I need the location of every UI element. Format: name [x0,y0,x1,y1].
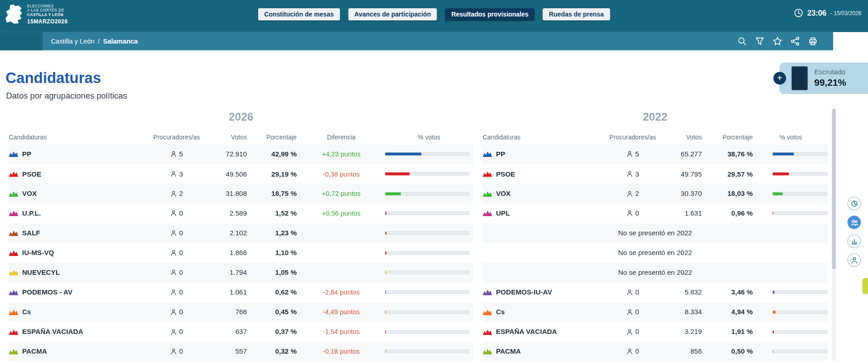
votes-bar [772,290,828,294]
votes-bar-fill [773,212,773,215]
party-name: PP [496,150,505,158]
person-icon [170,309,176,315]
nav-avances-de-participacion[interactable]: Avances de participación [348,8,437,21]
fab-charts-icon[interactable] [847,234,861,248]
seats-value: 0 [179,348,183,355]
party-icon [9,349,18,355]
fab-representatives-icon[interactable] [847,253,861,267]
person-icon [170,270,176,276]
votes-bar-fill [773,350,773,353]
accessibility-widget-tab[interactable] [862,278,868,294]
expand-button[interactable]: + [773,72,786,85]
votes-bar [385,271,469,274]
table-row-no-data: No se presentó en 2022 [483,223,828,243]
votes-bar-fill [385,330,386,333]
party-icon [483,191,492,197]
party-name: PSOE [496,170,515,178]
votes-bar [385,310,469,314]
col-porcentaje: Porcentaje [248,133,298,140]
votes-bar-fill [385,350,386,353]
difference-value: +4,23 puntos [298,150,384,158]
app-window: ELECCIONES A LAS CORTES DE CASTILLA Y LE… [0,0,868,361]
table-row: ESPAÑA VACIADA 0 3.219 1,91 % [483,322,828,342]
seats-value: 0 [635,308,639,316]
party-name: ESPAÑA VACIADA [496,328,557,336]
person-icon [170,349,176,355]
seats-value: 0 [179,249,183,257]
person-icon [170,230,176,236]
votes-value: 856 [658,348,703,355]
table-row: ESPAÑA VACIADA 0 637 0,37 % -1,54 puntos [9,322,473,342]
col-votos: Votos [202,133,248,140]
difference-value: -1,54 puntos [298,328,384,336]
table-row: PP 5 72.910 42,99 % +4,23 puntos [9,144,473,164]
fab-participation-icon[interactable] [847,197,861,210]
votes-bar [772,152,828,156]
party-name: PSOE [22,170,41,178]
app-logo[interactable]: ELECCIONES A LAS CORTES DE CASTILLA Y LE… [6,4,68,25]
share-icon[interactable] [790,37,800,46]
table-row: VOX 2 31.808 18,75 % +0,72 puntos [9,184,473,204]
table-row: SALF 0 2.102 1,23 % [9,223,473,243]
percentage-value: 0,50 % [703,348,754,355]
table-row: Cs 0 766 0,45 % -4,49 puntos [9,302,473,322]
table-row: NUEVECYL 0 1.794 1,05 % [9,263,473,283]
table-row: PSOE 3 49.795 29,57 % [483,164,828,184]
no-data-text: No se presentó en 2022 [618,249,692,257]
nav-resultados-provisionales[interactable]: Resultados provisionales [445,8,535,21]
filter-icon[interactable] [755,37,764,46]
votes-bar [772,172,828,176]
logo-line4: 15MARZO2026 [27,18,68,25]
votes-bar [385,290,469,294]
percentage-value: 18,75 % [248,190,298,198]
party-icon [483,151,492,157]
seats-value: 0 [635,289,639,296]
scrollbar-thumb[interactable] [832,109,836,269]
table-row: UPL 0 1.631 0,96 % [483,204,828,223]
party-icon [483,211,492,217]
votes-bar [385,330,469,333]
votes-value: 49.795 [658,170,703,178]
breadcrumb-region[interactable]: Castilla y León [51,37,95,45]
person-icon [626,329,632,335]
votes-bar-fill [773,330,774,333]
party-name: Cs [22,308,31,316]
table-header-2026: Candidaturas Procuradores/as Votos Porce… [9,129,473,144]
table-body-y2022: PP 5 65.277 38,76 % PSOE 3 49.795 29,57 … [483,144,828,361]
results-table-2026: 2026 Candidaturas Procuradores/as Votos … [9,108,473,361]
party-icon [9,289,18,295]
person-icon [626,151,632,157]
side-fab-rail [847,197,861,267]
breadcrumb-province[interactable]: Salamanca [103,37,138,45]
page-title: Candidaturas [6,70,101,87]
escrutado-thumbnail [792,67,808,90]
nav-constitucion-de-mesas[interactable]: Constitución de mesas [258,8,340,21]
party-icon [9,191,18,197]
party-name: ESPAÑA VACIADA [22,328,83,336]
favorites-icon[interactable] [773,37,782,46]
party-icon [9,250,18,256]
votes-bar [772,192,828,195]
person-icon [626,191,632,197]
votes-bar-fill [385,153,421,156]
votes-bar-fill [385,271,386,274]
fab-candidaturas-icon[interactable] [847,216,861,229]
nav-ruedas-de-prensa[interactable]: Ruedas de prensa [543,8,610,21]
votes-value: 2.589 [202,210,248,217]
no-data-text: No se presentó en 2022 [618,269,692,277]
search-icon[interactable] [738,37,747,46]
person-icon [170,151,176,157]
print-icon[interactable] [808,37,817,46]
votes-bar-fill [385,311,386,313]
votes-bar [385,211,469,215]
table-row: PACMA 0 856 0,50 % [483,342,828,361]
votes-bar-fill [385,291,386,294]
breadcrumb-separator: / [98,37,100,45]
escrutado-value: 99,21% [814,78,846,89]
breadcrumb-bar-logo-patch [0,32,43,50]
party-icon [483,171,492,177]
party-icon [483,329,492,335]
votes-bar [772,211,828,215]
difference-value: -0,38 puntos [298,170,384,178]
breadcrumb-bar: Castilla y León / Salamanca [0,32,833,50]
